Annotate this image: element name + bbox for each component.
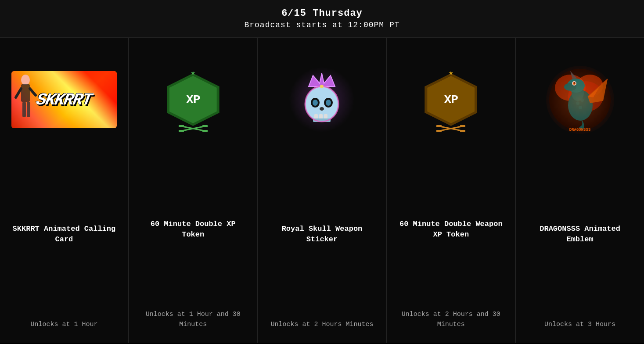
- card-double-xp-image: ★ XP: [138, 51, 248, 148]
- card-weapon-xp-name: 60 Minute Double Weapon XP Token: [396, 157, 506, 302]
- rewards-cards-container: SKKRRT SKKRRT Animated Calling Card Unlo…: [0, 38, 644, 343]
- card-weapon-xp-image: ★ XP: [396, 51, 506, 148]
- card-skull-unlock: Unlocks at 2 Hours Minutes: [270, 320, 373, 330]
- svg-line-2: [16, 89, 21, 97]
- dragon-bg-glow: [546, 66, 614, 134]
- skull-svg: [289, 67, 355, 133]
- card-dragon-image: DRAGONSSS: [525, 51, 635, 148]
- card-skull-image: [267, 51, 378, 148]
- card-skkrrt-name: SKKRRT Animated Calling Card: [9, 157, 119, 312]
- broadcast-time: Broadcast starts at 12:00PM PT: [9, 21, 635, 29]
- xp-star-green-icon: ★: [191, 68, 195, 77]
- crossed-guns-gold: [435, 125, 466, 133]
- card-royal-skull: Royal Skull Weapon Sticker Unlocks at 2 …: [258, 38, 387, 343]
- card-dragon-unlock: Unlocks at 3 Hours: [544, 320, 615, 330]
- hex-green-shape: XP: [167, 73, 219, 126]
- event-date: 6/15 Thursday: [9, 8, 635, 19]
- skull-graphic: [287, 62, 357, 137]
- svg-rect-8: [179, 125, 184, 127]
- svg-point-0: [21, 75, 30, 85]
- svg-rect-28: [460, 130, 465, 132]
- card-skull-name: Royal Skull Weapon Sticker: [267, 157, 378, 312]
- dragon-graphic: DRAGONSSS: [545, 64, 615, 135]
- svg-rect-9: [202, 130, 208, 132]
- card-double-xp-name: 60 Minute Double XP Token: [138, 157, 248, 302]
- card-weapon-xp: ★ XP 60 Minute Double Weapon XP Token Un…: [387, 38, 516, 343]
- svg-rect-29: [436, 130, 442, 132]
- xp-label-gold: XP: [444, 93, 458, 107]
- card-skkrrt: SKKRRT SKKRRT Animated Calling Card Unlo…: [0, 38, 129, 343]
- skkrrt-calling-card-image: SKKRRT: [11, 71, 117, 128]
- svg-point-18: [320, 107, 324, 111]
- svg-point-24: [320, 85, 324, 88]
- hex-gold-shape: XP: [425, 73, 477, 126]
- svg-rect-11: [202, 125, 208, 127]
- skkrrt-logo-text: SKKRRT: [35, 90, 93, 109]
- card-dragon-name: DRAGONSSS Animated Emblem: [525, 157, 635, 312]
- xp-star-gold-icon: ★: [449, 68, 453, 77]
- event-header: 6/15 Thursday Broadcast starts at 12:00P…: [0, 0, 644, 38]
- svg-point-17: [326, 100, 331, 106]
- svg-point-16: [313, 100, 318, 106]
- card-skkrrt-image: SKKRRT: [9, 51, 119, 148]
- xp-label-green: XP: [186, 93, 200, 107]
- svg-marker-12: [309, 73, 335, 86]
- svg-rect-5: [27, 102, 30, 117]
- xp-token-gold-graphic: ★ XP: [422, 67, 479, 133]
- skkrrt-figure-svg: [14, 73, 38, 126]
- crossed-guns-green: [178, 125, 209, 133]
- svg-rect-1: [21, 84, 30, 102]
- svg-rect-30: [460, 125, 465, 127]
- card-double-xp: ★ XP 60 Minute Double XP Token Unlocks a…: [129, 38, 258, 343]
- svg-rect-27: [436, 125, 442, 127]
- card-double-xp-unlock: Unlocks at 1 Hour and 30 Minutes: [138, 310, 248, 330]
- svg-rect-4: [22, 102, 26, 117]
- card-skkrrt-unlock: Unlocks at 1 Hour: [30, 320, 97, 330]
- svg-line-3: [30, 89, 36, 95]
- card-weapon-xp-unlock: Unlocks at 2 Hours and 30 Minutes: [396, 310, 506, 330]
- xp-token-green-graphic: ★ XP: [165, 67, 222, 133]
- svg-rect-10: [179, 130, 184, 132]
- card-dragonsss: DRAGONSSS DRAGONSSS Animated Emblem Unlo…: [516, 38, 644, 343]
